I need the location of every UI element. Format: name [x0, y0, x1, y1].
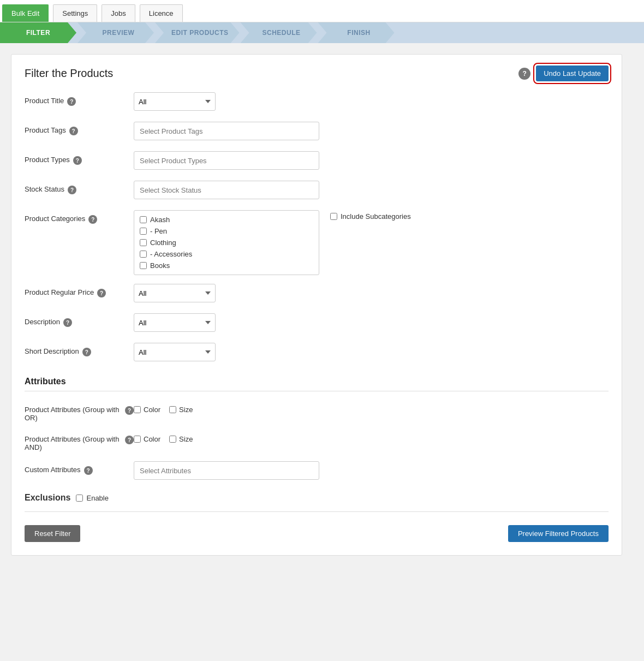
product-categories-label: Product Categories ?: [25, 210, 134, 224]
product-types-label: Product Types ?: [25, 151, 134, 165]
short-description-help-icon[interactable]: ?: [82, 348, 91, 356]
exclusions-divider: [25, 511, 609, 512]
product-title-label: Product Title ?: [25, 92, 134, 106]
description-select[interactable]: All Has Does not have: [134, 313, 216, 332]
product-tags-control: [134, 122, 609, 140]
category-item-accessories[interactable]: - Accessories: [134, 248, 319, 260]
size-and-label[interactable]: Size: [169, 435, 193, 443]
product-categories-control: Akash - Pen Clothing: [134, 210, 609, 275]
product-regular-price-select[interactable]: All Greater than Less than Is equal to: [134, 284, 216, 302]
category-checkbox-accessories[interactable]: [140, 251, 147, 258]
include-subcategories-checkbox[interactable]: [330, 213, 337, 220]
product-regular-price-help-icon[interactable]: ?: [97, 289, 106, 297]
exclusions-enable-checkbox[interactable]: [76, 495, 83, 502]
custom-attributes-row: Custom Attributes ?: [25, 461, 609, 482]
category-scroll-area[interactable]: Akash - Pen Clothing: [134, 211, 319, 275]
product-regular-price-control: All Greater than Less than Is equal to: [134, 284, 609, 302]
attributes-or-label: Product Attributes (Group with OR) ?: [25, 402, 134, 422]
stock-status-row: Stock Status ?: [25, 181, 609, 201]
exclusions-row: Exclusions Enable: [25, 493, 609, 503]
exclusions-enable-label[interactable]: Enable: [76, 494, 108, 502]
main-content: Filter the Products ? Undo Last Update P…: [0, 43, 633, 567]
category-checkbox-clothing[interactable]: [140, 239, 147, 246]
product-types-input[interactable]: [134, 151, 319, 170]
size-and-checkbox[interactable]: [169, 436, 176, 443]
reset-filter-button[interactable]: Reset Filter: [25, 525, 80, 542]
product-regular-price-row: Product Regular Price ? All Greater than…: [25, 284, 609, 305]
help-icon[interactable]: ?: [518, 68, 530, 80]
attributes-or-help-icon[interactable]: ?: [125, 406, 134, 415]
product-regular-price-label: Product Regular Price ?: [25, 284, 134, 297]
stock-status-input[interactable]: [134, 181, 319, 199]
attributes-and-checkboxes: Color Size: [134, 432, 609, 443]
card-title: Filter the Products: [25, 67, 113, 80]
product-tags-row: Product Tags ?: [25, 122, 609, 142]
stock-status-help-icon[interactable]: ?: [68, 186, 76, 194]
attributes-section: Attributes: [25, 377, 609, 391]
attributes-and-help-icon[interactable]: ?: [125, 436, 134, 444]
product-types-row: Product Types ?: [25, 151, 609, 172]
size-or-checkbox[interactable]: [169, 406, 176, 413]
product-title-row: Product Title ? All Contains Does not co…: [25, 92, 609, 113]
category-checkbox-akash[interactable]: [140, 216, 147, 223]
custom-attributes-input[interactable]: [134, 461, 319, 480]
color-and-checkbox[interactable]: [134, 436, 141, 443]
category-item-books[interactable]: Books: [134, 260, 319, 271]
product-tags-label: Product Tags ?: [25, 122, 134, 135]
undo-last-update-button[interactable]: Undo Last Update: [536, 65, 609, 81]
category-checkbox-pen[interactable]: [140, 228, 147, 235]
attributes-divider: [25, 391, 609, 391]
top-navigation: Bulk EditSettingsJobsLicence: [0, 0, 644, 22]
attributes-and-label: Product Attributes (Group with AND) ?: [25, 432, 134, 451]
product-types-help-icon[interactable]: ?: [73, 156, 82, 165]
category-checkbox-books[interactable]: [140, 262, 147, 269]
short-description-control: All Has Does not have: [134, 343, 609, 361]
description-help-icon[interactable]: ?: [63, 318, 72, 327]
categories-container: Akash - Pen Clothing: [134, 210, 609, 275]
attributes-or-checkboxes: Color Size: [134, 402, 609, 414]
custom-attributes-control: [134, 461, 609, 480]
category-item-clothing[interactable]: Clothing: [134, 237, 319, 248]
top-nav-tab-licence[interactable]: Licence: [140, 4, 183, 22]
attributes-and-control: Color Size: [134, 432, 609, 443]
wizard-step-preview[interactable]: PREVIEW: [77, 22, 154, 43]
description-row: Description ? All Has Does not have: [25, 313, 609, 334]
size-or-label[interactable]: Size: [169, 406, 193, 414]
wizard-step-schedule[interactable]: SCHEDULE: [241, 22, 317, 43]
include-subcategories-label[interactable]: Include Subcategories: [330, 210, 411, 221]
color-or-label[interactable]: Color: [134, 406, 160, 414]
card-footer: Reset Filter Preview Filtered Products: [25, 525, 609, 542]
color-or-checkbox[interactable]: [134, 406, 141, 413]
wizard-step-edit-products[interactable]: EDIT PRODUCTS: [155, 22, 240, 43]
short-description-select[interactable]: All Has Does not have: [134, 343, 216, 361]
product-title-select[interactable]: All Contains Does not contain Is equal t…: [134, 92, 216, 111]
stock-status-control: [134, 181, 609, 199]
card-header: Filter the Products ? Undo Last Update: [25, 65, 609, 81]
color-and-label[interactable]: Color: [134, 435, 160, 443]
attributes-or-control: Color Size: [134, 402, 609, 414]
top-nav-tab-settings[interactable]: Settings: [53, 4, 97, 22]
wizard-steps: FILTERPREVIEWEDIT PRODUCTSSCHEDULEFINISH: [0, 22, 644, 43]
preview-filtered-products-button[interactable]: Preview Filtered Products: [508, 525, 609, 542]
product-title-control: All Contains Does not contain Is equal t…: [134, 92, 609, 111]
product-title-help-icon[interactable]: ?: [67, 97, 76, 106]
product-tags-input[interactable]: [134, 122, 319, 140]
wizard-step-finish[interactable]: FINISH: [318, 22, 395, 43]
stock-status-label: Stock Status ?: [25, 181, 134, 194]
category-item-pen[interactable]: - Pen: [134, 225, 319, 237]
attributes-or-row: Product Attributes (Group with OR) ? Col…: [25, 402, 609, 423]
short-description-row: Short Description ? All Has Does not hav…: [25, 343, 609, 364]
top-nav-tab-bulk-edit[interactable]: Bulk Edit: [2, 4, 49, 22]
filter-card: Filter the Products ? Undo Last Update P…: [11, 54, 622, 556]
category-item-akash[interactable]: Akash: [134, 214, 319, 225]
description-label: Description ?: [25, 313, 134, 327]
wizard-step-filter[interactable]: FILTER: [0, 22, 76, 43]
product-categories-help-icon[interactable]: ?: [88, 215, 97, 224]
exclusions-title: Exclusions: [25, 493, 70, 503]
top-nav-tab-jobs[interactable]: Jobs: [102, 4, 135, 22]
card-header-actions: ? Undo Last Update: [518, 65, 609, 81]
attributes-and-row: Product Attributes (Group with AND) ? Co…: [25, 432, 609, 452]
custom-attributes-help-icon[interactable]: ?: [84, 466, 93, 475]
short-description-label: Short Description ?: [25, 343, 134, 356]
product-tags-help-icon[interactable]: ?: [69, 127, 78, 135]
